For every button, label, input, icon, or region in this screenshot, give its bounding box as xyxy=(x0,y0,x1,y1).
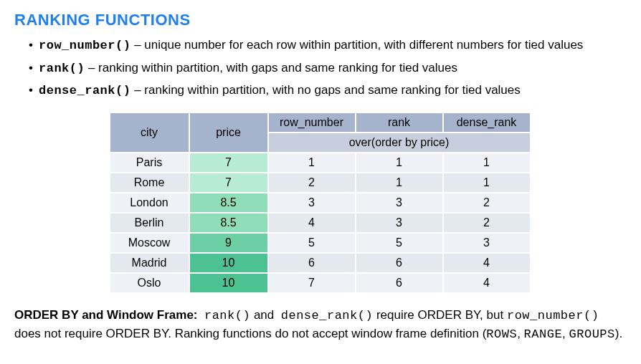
bullet-row-number: row_number() – unique number for each ro… xyxy=(29,37,627,55)
header-dense-rank: dense_rank xyxy=(443,113,531,133)
table-cell: 3 xyxy=(443,233,531,253)
table-cell: 2 xyxy=(443,213,531,233)
table-cell: 7 xyxy=(268,273,356,293)
footnote-text: does not require ORDER BY. Ranking funct… xyxy=(14,327,486,340)
table-cell: 1 xyxy=(443,153,531,173)
footnote-code: row_number() xyxy=(507,309,599,322)
table-cell: 10 xyxy=(189,273,268,293)
table-cell: 2 xyxy=(443,193,531,213)
footnote-code: ROWS xyxy=(486,327,517,341)
fn-desc: – ranking within partition, with gaps an… xyxy=(85,61,457,75)
footnote: ORDER BY and Window Frame: rank() and de… xyxy=(14,307,627,343)
table-cell: Paris xyxy=(110,153,189,173)
fn-desc: – unique number for each row within part… xyxy=(130,38,583,52)
header-price: price xyxy=(189,113,268,153)
table-cell: 5 xyxy=(268,233,356,253)
table-cell: Moscow xyxy=(110,233,189,253)
footnote-text: require ORDER BY, but xyxy=(373,308,507,322)
table-cell: 1 xyxy=(268,153,356,173)
table-cell: 10 xyxy=(189,253,268,273)
function-bullet-list: row_number() – unique number for each ro… xyxy=(29,37,627,100)
table-cell: 1 xyxy=(443,173,531,193)
table-row: Berlin8.5432 xyxy=(110,213,531,233)
table-cell: Oslo xyxy=(110,273,189,293)
fn-name: row_number() xyxy=(39,39,130,52)
table-row: Rome7211 xyxy=(110,173,531,193)
footnote-code: rank() xyxy=(204,309,250,322)
table-row: Madrid10664 xyxy=(110,253,531,273)
footnote-code: dense_rank() xyxy=(281,309,373,322)
table-cell: Rome xyxy=(110,173,189,193)
table-cell: 6 xyxy=(268,253,356,273)
table-cell: 7 xyxy=(189,173,268,193)
table-cell: 7 xyxy=(189,153,268,173)
table-cell: 4 xyxy=(268,213,356,233)
footnote-text: ). xyxy=(615,327,622,340)
table-cell: Madrid xyxy=(110,253,189,273)
ranking-table-container: city price row_number rank dense_rank ov… xyxy=(14,113,627,294)
footnote-text: , xyxy=(562,327,569,340)
fn-desc: – ranking within partition, with no gaps… xyxy=(130,83,520,97)
ranking-table-body: Paris7111Rome7211London8.5332Berlin8.543… xyxy=(110,153,531,293)
table-cell: 4 xyxy=(443,253,531,273)
header-rank: rank xyxy=(356,113,443,133)
table-cell: 2 xyxy=(268,173,356,193)
table-cell: 5 xyxy=(356,233,443,253)
footnote-code: GROUPS xyxy=(569,327,615,341)
table-cell: 3 xyxy=(356,193,443,213)
table-cell: 6 xyxy=(356,273,443,293)
table-cell: 8.5 xyxy=(189,193,268,213)
table-cell: London xyxy=(110,193,189,213)
footnote-text: and xyxy=(250,308,277,322)
table-row: Paris7111 xyxy=(110,153,531,173)
ranking-table: city price row_number rank dense_rank ov… xyxy=(110,113,531,294)
table-cell: 9 xyxy=(189,233,268,253)
table-row: Moscow9553 xyxy=(110,233,531,253)
fn-name: dense_rank() xyxy=(39,84,130,97)
header-row-number: row_number xyxy=(268,113,356,133)
table-cell: 6 xyxy=(356,253,443,273)
table-cell: 1 xyxy=(356,173,443,193)
table-row: Oslo10764 xyxy=(110,273,531,293)
table-cell: 4 xyxy=(443,273,531,293)
footnote-text: , xyxy=(517,327,523,340)
table-cell: Berlin xyxy=(110,213,189,233)
table-cell: 3 xyxy=(268,193,356,213)
table-cell: 1 xyxy=(356,153,443,173)
table-cell: 3 xyxy=(356,213,443,233)
fn-name: rank() xyxy=(39,62,85,75)
table-row: London8.5332 xyxy=(110,193,531,213)
table-cell: 8.5 xyxy=(189,213,268,233)
bullet-rank: rank() – ranking within partition, with … xyxy=(29,59,627,78)
bullet-dense-rank: dense_rank() – ranking within partition,… xyxy=(29,82,627,100)
footnote-code: RANGE xyxy=(524,327,563,341)
header-city: city xyxy=(110,113,189,153)
header-over-clause: over(order by price) xyxy=(268,133,531,153)
section-heading: RANKING FUNCTIONS xyxy=(14,11,627,29)
footnote-lead: ORDER BY and Window Frame: xyxy=(14,308,198,322)
